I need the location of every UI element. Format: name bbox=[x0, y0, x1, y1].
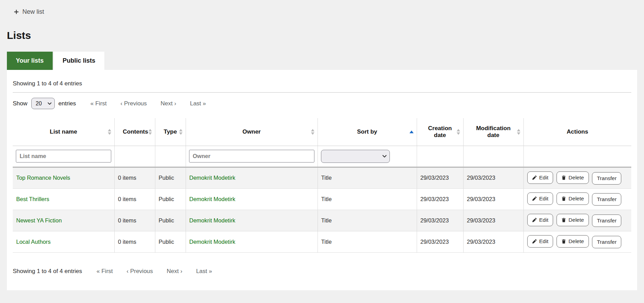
pagination-next[interactable]: Next › bbox=[160, 100, 176, 107]
list-name-link[interactable]: Best Thrillers bbox=[16, 196, 49, 202]
delete-button[interactable]: Delete bbox=[557, 192, 589, 205]
column-header-sort-by[interactable]: Sort by bbox=[318, 118, 417, 146]
type-cell: Public bbox=[155, 210, 186, 231]
edit-button[interactable]: Edit bbox=[527, 214, 553, 226]
owner-link[interactable]: Demokrit Modetirk bbox=[189, 175, 236, 181]
delete-button[interactable]: Delete bbox=[557, 214, 589, 226]
type-cell: Public bbox=[155, 188, 186, 210]
pagination-previous[interactable]: ‹ Previous bbox=[127, 268, 153, 275]
transfer-button[interactable]: Transfer bbox=[592, 172, 621, 185]
table-row: Local Authors 0 items Public Demokrit Mo… bbox=[13, 231, 631, 252]
pencil-icon bbox=[532, 196, 537, 201]
delete-button[interactable]: Delete bbox=[557, 235, 589, 248]
table-footer: Showing 1 to 4 of 4 entries « First ‹ Pr… bbox=[13, 268, 631, 275]
pencil-icon bbox=[532, 239, 537, 244]
list-name-link[interactable]: Top Romance Novels bbox=[16, 175, 70, 181]
owner-link[interactable]: Demokrit Modetirk bbox=[189, 239, 236, 245]
lists-panel: Showing 1 to 4 of 4 entries Show 20 entr… bbox=[7, 70, 637, 290]
sort-by-cell: Title bbox=[318, 167, 417, 188]
column-header-type[interactable]: Type bbox=[155, 118, 186, 146]
list-name-link[interactable]: Local Authors bbox=[16, 239, 51, 245]
modification-date-cell: 29/03/2023 bbox=[463, 210, 523, 231]
sort-icon bbox=[148, 129, 152, 135]
list-name-filter-input[interactable] bbox=[16, 150, 111, 163]
trash-icon bbox=[561, 196, 566, 201]
creation-date-cell: 29/03/2023 bbox=[417, 231, 463, 252]
contents-cell: 0 items bbox=[114, 167, 155, 188]
contents-cell: 0 items bbox=[114, 210, 155, 231]
sort-by-cell: Title bbox=[318, 188, 417, 210]
transfer-button[interactable]: Transfer bbox=[592, 236, 621, 248]
transfer-button[interactable]: Transfer bbox=[592, 215, 621, 227]
page-title: Lists bbox=[7, 30, 644, 41]
tab-your-lists[interactable]: Your lists bbox=[7, 52, 53, 70]
header-row: List name Contents Type Owner Sort by bbox=[13, 118, 631, 146]
column-header-creation-date[interactable]: Creation date bbox=[417, 118, 463, 146]
sort-by-cell: Title bbox=[318, 210, 417, 231]
divider bbox=[13, 92, 631, 93]
pagination-bottom: « First ‹ Previous Next › Last » bbox=[96, 268, 212, 275]
pagination-next[interactable]: Next › bbox=[167, 268, 182, 275]
owner-link[interactable]: Demokrit Modetirk bbox=[189, 217, 236, 223]
owner-filter-input[interactable] bbox=[189, 150, 314, 163]
edit-button[interactable]: Edit bbox=[527, 235, 553, 248]
column-header-contents[interactable]: Contents bbox=[114, 118, 155, 146]
sort-icon bbox=[179, 129, 183, 135]
type-cell: Public bbox=[155, 167, 186, 188]
creation-date-cell: 29/03/2023 bbox=[417, 210, 463, 231]
list-name-link[interactable]: Newest YA Fiction bbox=[16, 217, 62, 223]
pencil-icon bbox=[532, 175, 537, 180]
showing-entries-bottom: Showing 1 to 4 of 4 entries bbox=[13, 268, 82, 275]
edit-button[interactable]: Edit bbox=[527, 192, 553, 205]
pagination-last[interactable]: Last » bbox=[190, 100, 206, 107]
tabs-bar: Your lists Public lists bbox=[7, 52, 644, 70]
showing-entries-top: Showing 1 to 4 of 4 entries bbox=[13, 80, 631, 87]
show-label: Show bbox=[13, 100, 28, 107]
new-list-button[interactable]: New list bbox=[14, 8, 44, 15]
page-length-select-box: 20 bbox=[31, 98, 55, 109]
trash-icon bbox=[561, 218, 566, 222]
column-header-owner[interactable]: Owner bbox=[186, 118, 318, 146]
sort-ascending-icon bbox=[409, 130, 414, 133]
pencil-icon bbox=[532, 218, 537, 222]
modification-date-cell: 29/03/2023 bbox=[463, 188, 523, 210]
page-length-select[interactable]: 20 bbox=[31, 98, 55, 109]
pagination-last[interactable]: Last » bbox=[196, 268, 212, 275]
sort-by-filter-box bbox=[318, 150, 390, 163]
sort-icon bbox=[457, 129, 460, 135]
column-header-list-name[interactable]: List name bbox=[13, 118, 114, 146]
trash-icon bbox=[561, 239, 566, 244]
pagination-first[interactable]: « First bbox=[91, 100, 107, 107]
modification-date-cell: 29/03/2023 bbox=[463, 167, 523, 188]
sort-icon bbox=[311, 129, 314, 135]
pagination-top: « First ‹ Previous Next › Last » bbox=[91, 100, 206, 107]
lists-table: List name Contents Type Owner Sort by bbox=[13, 118, 631, 253]
column-header-actions: Actions bbox=[523, 118, 631, 146]
entries-label: entries bbox=[59, 100, 76, 107]
owner-link[interactable]: Demokrit Modetirk bbox=[189, 196, 236, 202]
tab-public-lists[interactable]: Public lists bbox=[54, 52, 104, 70]
pagination-previous[interactable]: ‹ Previous bbox=[121, 100, 147, 107]
transfer-button[interactable]: Transfer bbox=[592, 193, 621, 206]
trash-icon bbox=[561, 175, 566, 180]
new-list-label: New list bbox=[22, 8, 44, 15]
table-row: Best Thrillers 0 items Public Demokrit M… bbox=[13, 188, 631, 210]
pagination-first[interactable]: « First bbox=[96, 268, 113, 275]
modification-date-cell: 29/03/2023 bbox=[463, 231, 523, 252]
sort-icon bbox=[517, 129, 520, 135]
table-row: Newest YA Fiction 0 items Public Demokri… bbox=[13, 210, 631, 231]
column-header-modification-date[interactable]: Modification date bbox=[463, 118, 523, 146]
plus-icon bbox=[14, 9, 19, 14]
creation-date-cell: 29/03/2023 bbox=[417, 167, 463, 188]
sort-icon bbox=[108, 129, 111, 135]
sort-by-filter-select[interactable] bbox=[321, 150, 390, 163]
contents-cell: 0 items bbox=[114, 231, 155, 252]
type-cell: Public bbox=[155, 231, 186, 252]
table-controls: Show 20 entries « First ‹ Previous Next … bbox=[13, 98, 631, 109]
delete-button[interactable]: Delete bbox=[557, 171, 589, 184]
creation-date-cell: 29/03/2023 bbox=[417, 188, 463, 210]
edit-button[interactable]: Edit bbox=[527, 171, 553, 184]
filter-row bbox=[13, 146, 631, 167]
sort-by-cell: Title bbox=[318, 231, 417, 252]
table-row: Top Romance Novels 0 items Public Demokr… bbox=[13, 167, 631, 188]
